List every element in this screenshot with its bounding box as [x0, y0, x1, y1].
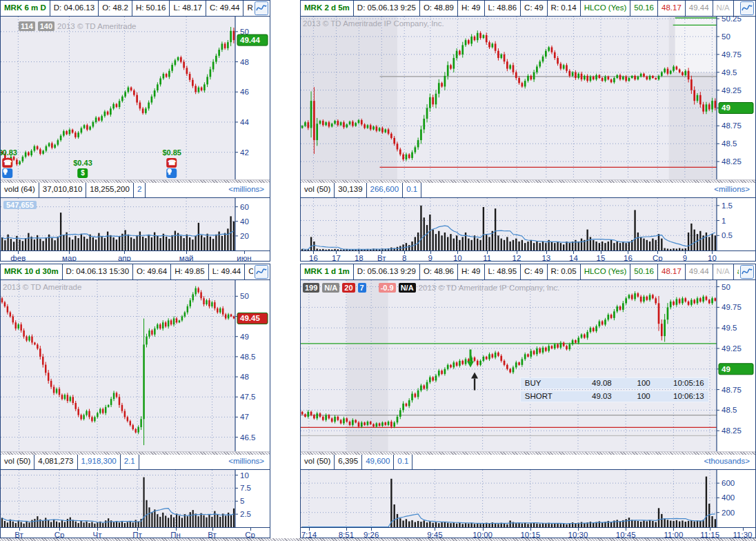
phone-icon[interactable]: ☎ — [3, 158, 13, 168]
svg-text:49: 49 — [722, 104, 730, 112]
price-pane[interactable]: 5049.54948.54847.54746.549.452013 © TD A… — [1, 280, 270, 451]
volume-pane[interactable]: 1.510.5 — [301, 198, 755, 250]
svg-text:48.75: 48.75 — [722, 386, 742, 394]
bulb-icon[interactable] — [167, 168, 177, 178]
chart-overlay-row: 199N/A207-0.9N/A2013 © TD Ameritrade IP … — [303, 283, 559, 293]
bottom-resize-strip[interactable] — [0, 538, 756, 541]
chart-panel-5min[interactable]: MRK 2 d 5mD: 05.06.13 9:25O: 48.89H: 49L… — [300, 0, 756, 262]
trade-fills-table: BUY49.0810010:05:16SHORT49.0310010:06:13 — [520, 377, 709, 404]
volume-chart[interactable]: 107.552.5 — [1, 470, 270, 527]
header-cell: 49.44 — [686, 1, 713, 16]
dollar-icon[interactable]: $ — [78, 168, 88, 178]
price-chart[interactable]: 5049.7549.549.254948.7548.548.2549 — [301, 280, 755, 451]
time-axis: 7:148:519:269:4510:0010:1510:3010:4511:0… — [301, 527, 755, 538]
volume-header-cell: 2 — [134, 183, 146, 197]
svg-text:48.25: 48.25 — [722, 426, 742, 435]
volume-chart[interactable]: 600400200 — [301, 470, 755, 527]
svg-text:44: 44 — [240, 118, 249, 126]
time-label: мар — [62, 254, 77, 262]
time-label: апр — [118, 254, 131, 262]
chart-header-cells: MRK 1 d 1mD: 05.06.13 9:29O: 48.96H: 49L… — [301, 264, 739, 279]
svg-text:1: 1 — [722, 217, 726, 225]
time-label: 14 — [569, 254, 578, 262]
volume-chart[interactable]: 604020 — [1, 198, 270, 250]
watermark: 2013 © TD Ameritrade — [3, 283, 81, 291]
time-label: 9:45 — [427, 531, 442, 538]
svg-text:50: 50 — [722, 283, 730, 291]
indicator-badge: 20 — [342, 283, 355, 293]
volume-pane[interactable]: 600400200 — [301, 470, 755, 527]
svg-text:48: 48 — [240, 373, 249, 381]
chart-style-icon[interactable] — [253, 1, 270, 16]
price-chart[interactable]: 504846444249.44 — [1, 17, 270, 179]
volume-header-cell: 2.1 — [121, 455, 139, 469]
header-cell: C: 49.44 — [206, 1, 243, 16]
svg-text:600: 600 — [722, 479, 735, 487]
header-cell: O: 48.89 — [420, 1, 458, 16]
svg-text:2.5: 2.5 — [240, 510, 251, 518]
trade-fill-row: SHORT49.0310010:06:13 — [520, 391, 709, 402]
chart-style-icon[interactable] — [253, 264, 270, 279]
volume-header-cell: 6,395 — [335, 455, 362, 469]
chart-panel-daily[interactable]: MRK 6 m DD: 04.06.13O: 48.2H: 50.16L: 48… — [0, 0, 270, 262]
volume-header: vol (50)4,081,2731,918,3002.1<millions> — [1, 455, 270, 470]
time-label: Пн — [170, 531, 181, 538]
header-cell: N/A — [713, 264, 734, 279]
header-cell: C: 49... — [245, 264, 253, 279]
time-axis: февмарапрмайиюн — [1, 250, 270, 262]
price-chart[interactable]: 5049.54948.54847.54746.549.45 — [1, 280, 270, 451]
header-cell: 48.17 — [658, 1, 686, 16]
svg-text:48.5: 48.5 — [240, 353, 255, 361]
header-cell: O: 48.96 — [420, 264, 458, 279]
time-label: 12 — [513, 254, 521, 262]
chart-style-icon[interactable] — [739, 1, 755, 16]
time-label: 11:30 — [733, 531, 753, 538]
time-label: 9 — [428, 254, 432, 262]
svg-text:49.75: 49.75 — [722, 50, 742, 59]
svg-text:48.5: 48.5 — [722, 406, 737, 414]
time-label: Пт — [132, 531, 142, 538]
bulb-icon[interactable] — [3, 168, 13, 178]
event-label: $0.83 — [0, 148, 17, 157]
header-cell: D: 05.06.13 9:29 — [354, 264, 420, 279]
price-chart[interactable]: 50.255049.7549.549.254948.7548.548.2549 — [301, 17, 755, 179]
time-label: 11 — [483, 254, 491, 262]
price-pane[interactable]: 50.255049.7549.549.254948.7548.548.25492… — [301, 17, 755, 179]
watermark: 2013 © TD Ameritrade IP Company, Inc. — [419, 284, 560, 292]
header-cell: R: 0.14 — [548, 1, 581, 16]
volume-header-cell: 37,010,810 — [39, 183, 87, 197]
svg-text:20: 20 — [240, 232, 249, 240]
header-cell: C: 49 — [521, 264, 548, 279]
svg-text:1.5: 1.5 — [722, 201, 733, 210]
price-pane[interactable]: 504846444249.441141402013 © TD Ameritrad… — [1, 17, 270, 179]
time-axis: 161718Вт8910111213141516Ср910 — [301, 250, 755, 262]
chart-panel-1min[interactable]: MRK 1 d 1mD: 05.06.13 9:29O: 48.96H: 49L… — [300, 264, 756, 538]
chart-style-icon[interactable] — [739, 264, 755, 279]
volume-chart[interactable]: 1.510.5 — [301, 198, 755, 250]
time-label: май — [179, 254, 194, 262]
volume-pane[interactable]: 604020547,655 — [1, 198, 270, 250]
phone-icon[interactable]: ☎ — [167, 158, 177, 168]
svg-text:200: 200 — [722, 509, 735, 517]
time-label: 18 — [355, 254, 364, 262]
price-pane[interactable]: 5049.7549.549.254948.7548.548.2549199N/A… — [301, 280, 755, 451]
header-cell: D: 04.06.13 — [50, 1, 99, 16]
time-label: Ср — [653, 254, 663, 262]
svg-text:46.5: 46.5 — [240, 433, 255, 442]
svg-text:42: 42 — [240, 148, 249, 157]
event-marker[interactable]: $0.85☎ — [162, 148, 181, 178]
volume-pane[interactable]: 107.552.5 — [1, 470, 270, 527]
volume-header-cell: 0.1 — [394, 455, 412, 469]
time-label: 11:00 — [664, 531, 683, 538]
header-cell: H: 49.85 — [171, 264, 208, 279]
event-label: $0.85 — [162, 148, 181, 157]
chart-panel-30min[interactable]: MRK 10 d 30mD: 04.06.13 15:30O: 49.64H: … — [0, 264, 270, 538]
header-cell: HLCO (Yes) — [581, 1, 631, 16]
header-cell: O: 49.64 — [133, 264, 171, 279]
svg-text:40: 40 — [240, 217, 249, 226]
trade-value: 10:05:16 — [655, 378, 708, 388]
volume-header-cell: vol (50) — [301, 455, 335, 469]
volume-header-cell: vol (50) — [1, 455, 34, 469]
event-marker[interactable]: $0.83☎ — [0, 148, 17, 178]
event-marker[interactable]: $0.43$ — [73, 159, 92, 178]
